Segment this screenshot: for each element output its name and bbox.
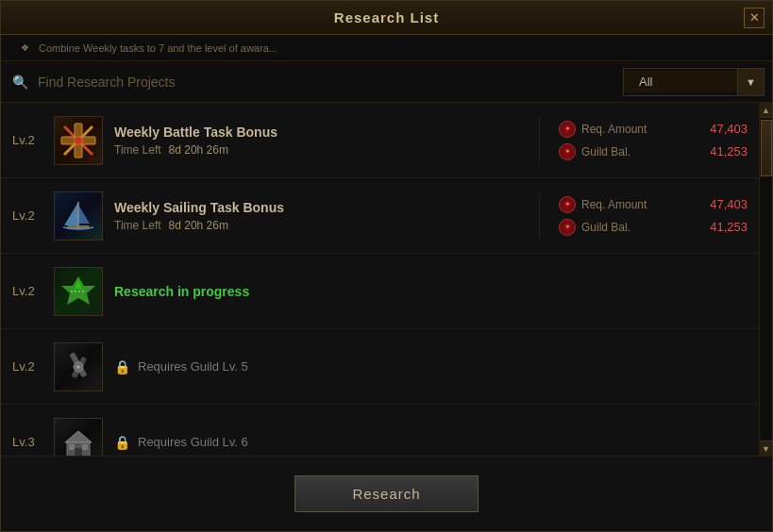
subtitle-bar: ❖ Combine Weekly tasks to 7 and the leve… xyxy=(1,35,772,61)
svg-rect-4 xyxy=(61,137,75,144)
cost-value-bal: 41,253 xyxy=(700,144,748,158)
svg-marker-19 xyxy=(65,431,92,442)
cost-label-req: Req. Amount xyxy=(581,123,695,136)
cost-row-bal: ✦ Guild Bal. 41,253 xyxy=(559,143,748,160)
item-level: Lv.2 xyxy=(12,133,42,147)
search-bar: 🔍 All ▼ xyxy=(1,61,772,103)
divider xyxy=(539,117,540,164)
item-details: Research in progress xyxy=(114,280,748,303)
lock-icon: 🔒 xyxy=(114,359,130,374)
cost-value-req: 47,403 xyxy=(700,122,748,136)
svg-rect-5 xyxy=(82,137,95,144)
item-level: Lv.2 xyxy=(12,359,42,374)
item-name: Weekly Sailing Task Bonus xyxy=(114,200,520,215)
cost-row-bal: ✦ Guild Bal. 41,253 xyxy=(559,219,748,236)
svg-marker-8 xyxy=(78,205,90,224)
item-icon-sailing xyxy=(54,191,103,241)
cost-value-req: 47,403 xyxy=(700,197,748,211)
cost-icon-req: ✦ xyxy=(559,121,576,138)
item-level: Lv.3 xyxy=(12,435,42,449)
scrollbar-up-button[interactable]: ▲ xyxy=(760,103,773,118)
time-label: Time Left xyxy=(114,219,161,232)
title-bar: Research List ✕ xyxy=(1,1,772,35)
svg-rect-22 xyxy=(82,444,88,450)
filter-dropdown-button[interactable]: ▼ xyxy=(737,69,764,95)
cost-label-req: Req. Amount xyxy=(581,198,695,211)
svg-rect-20 xyxy=(75,448,82,457)
item-icon-green xyxy=(54,267,103,316)
window-title: Research List xyxy=(334,9,439,25)
research-button[interactable]: Research xyxy=(294,475,478,512)
cost-icon-bal: ✦ xyxy=(559,219,576,236)
svg-rect-3 xyxy=(75,144,82,158)
cost-label-bal: Guild Bal. xyxy=(581,221,695,234)
list-item[interactable]: Lv.3 🔒 Requires Guild Lv. 6 xyxy=(1,405,759,456)
list-container: Lv.2 Weekly Battle Task Bonus xyxy=(1,103,772,456)
cost-label-bal: Guild Bal. xyxy=(581,145,695,158)
list-item[interactable]: Lv.2 Research in progress xyxy=(1,254,759,329)
time-value: 8d 20h 26m xyxy=(169,219,228,232)
item-time: Time Left 8d 20h 26m xyxy=(114,143,520,157)
divider xyxy=(539,192,540,240)
item-level: Lv.2 xyxy=(12,208,42,223)
lock-icon: 🔒 xyxy=(114,435,130,450)
research-window: Research List ✕ ❖ Combine Weekly tasks t… xyxy=(0,0,773,532)
cost-icon-req: ✦ xyxy=(559,196,576,213)
scrollbar: ▲ ▼ xyxy=(759,103,772,456)
list-items: Lv.2 Weekly Battle Task Bonus xyxy=(1,103,759,456)
list-item[interactable]: Lv.2 Weekly Sailing Task Bonus Time Left xyxy=(1,178,759,254)
scrollbar-down-button[interactable]: ▼ xyxy=(760,441,773,456)
item-icon-building xyxy=(54,418,103,457)
item-time: Time Left 8d 20h 26m xyxy=(114,219,520,232)
cost-icon-bal: ✦ xyxy=(559,143,576,160)
search-icon: 🔍 xyxy=(8,75,32,90)
list-item[interactable]: Lv.2 🔒 Requires Guild Lv. 5 xyxy=(1,329,759,405)
scrollbar-thumb[interactable] xyxy=(761,120,772,176)
close-button[interactable]: ✕ xyxy=(744,8,765,28)
item-cost: ✦ Req. Amount 47,403 ✦ Guild Bal. 41,253 xyxy=(559,121,748,160)
svg-rect-21 xyxy=(69,444,75,450)
ornament-icon: ❖ xyxy=(10,42,39,53)
item-details: 🔒 Requires Guild Lv. 5 xyxy=(114,359,748,374)
bottom-area: Research xyxy=(1,456,772,531)
item-details: 🔒 Requires Guild Lv. 6 xyxy=(114,435,748,450)
svg-rect-2 xyxy=(75,124,82,137)
filter-select: All ▼ xyxy=(623,68,765,96)
requires-text: Requires Guild Lv. 5 xyxy=(138,359,248,374)
item-details: Weekly Battle Task Bonus Time Left 8d 20… xyxy=(114,125,520,157)
item-details: Weekly Sailing Task Bonus Time Left 8d 2… xyxy=(114,200,520,232)
time-label: Time Left xyxy=(114,143,161,157)
subtitle-text: Combine Weekly tasks to 7 and the level … xyxy=(39,42,277,54)
status-in-progress: Research in progress xyxy=(114,280,748,303)
time-value: 8d 20h 26m xyxy=(169,143,228,157)
list-item[interactable]: Lv.2 Weekly Battle Task Bonus xyxy=(1,103,759,178)
cost-row-req: ✦ Req. Amount 47,403 xyxy=(559,196,748,213)
svg-marker-7 xyxy=(64,202,78,225)
item-cost: ✦ Req. Amount 47,403 ✦ Guild Bal. 41,253 xyxy=(559,196,748,236)
item-name: Weekly Battle Task Bonus xyxy=(114,125,520,140)
item-level: Lv.2 xyxy=(12,284,42,298)
svg-point-6 xyxy=(75,137,82,144)
cost-value-bal: 41,253 xyxy=(700,220,748,234)
item-icon-tools xyxy=(54,342,103,391)
scrollbar-track xyxy=(760,118,772,441)
search-input[interactable] xyxy=(38,75,617,90)
filter-value: All xyxy=(624,71,737,92)
requires-text: Requires Guild Lv. 6 xyxy=(138,435,248,449)
item-icon-battle xyxy=(54,116,103,165)
svg-point-17 xyxy=(76,365,80,369)
cost-row-req: ✦ Req. Amount 47,403 xyxy=(559,121,748,138)
